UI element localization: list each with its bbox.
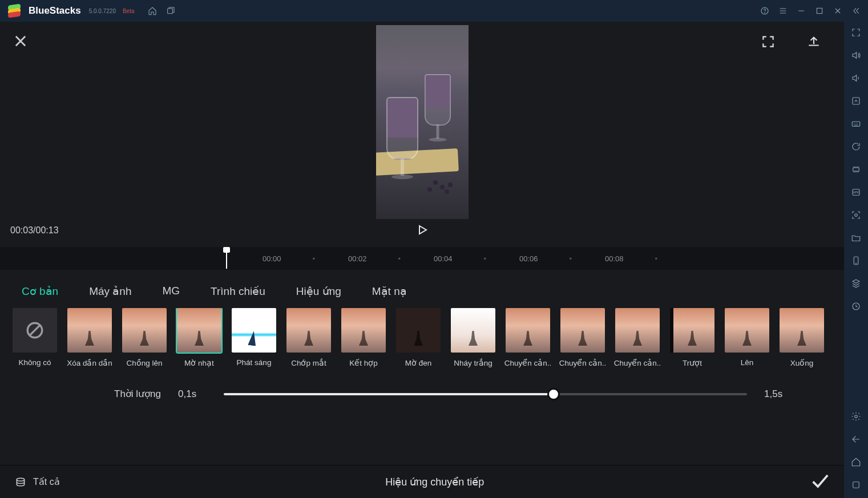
- svg-point-2: [765, 13, 765, 13]
- recents-icon[interactable]: [850, 479, 862, 491]
- time-indicator: 00:03/00:13: [10, 225, 59, 236]
- memory-icon[interactable]: [850, 163, 862, 176]
- transition-dissolve[interactable]: Mờ nhạt: [177, 308, 221, 367]
- transition-label: Xóa dần dần: [67, 358, 112, 367]
- transition-label: Xuống: [790, 358, 814, 367]
- transition-black[interactable]: Mờ đen: [396, 308, 441, 367]
- svg-rect-5: [852, 122, 860, 126]
- ruler-mark: 00:08: [605, 254, 624, 263]
- tab-slideshow[interactable]: Trình chiếu: [211, 285, 265, 298]
- ruler-mark: 00:00: [263, 254, 281, 263]
- bluestacks-logo-icon: [8, 5, 21, 17]
- transition-blink[interactable]: Chớp mắt: [286, 308, 331, 367]
- transition-fade[interactable]: Xóa dần dần: [67, 308, 112, 367]
- time-current: 00:03: [10, 225, 33, 235]
- export-button[interactable]: [806, 34, 821, 51]
- transition-none[interactable]: Không có: [13, 308, 57, 367]
- slider-knob[interactable]: [547, 388, 560, 400]
- transition-overlay[interactable]: Chồng lên: [122, 308, 167, 367]
- transition-scene2[interactable]: Chuyển cản..: [560, 308, 605, 367]
- transition-label: Phát sáng: [237, 358, 272, 367]
- svg-rect-13: [853, 482, 859, 488]
- back-icon[interactable]: [850, 433, 862, 446]
- svg-point-12: [855, 415, 858, 418]
- ruler-mark: 00:02: [348, 254, 367, 263]
- transition-label: Chuyển cản..: [614, 358, 661, 367]
- transition-label: Chuyển cản..: [504, 358, 552, 367]
- screenshot-icon[interactable]: [850, 209, 862, 221]
- transition-panel: Cơ bảnMáy ảnhMGTrình chiếuHiệu ứngMặt nạ…: [0, 270, 844, 465]
- transition-label: Nháy trắng: [454, 358, 492, 367]
- footer-bar: Tất cả Hiệu ứng chuyển tiếp: [0, 465, 844, 498]
- app-beta-badge: Beta: [123, 8, 135, 14]
- app-name: BlueStacks: [29, 5, 81, 17]
- tab-fx[interactable]: Hiệu ứng: [296, 285, 341, 298]
- svg-rect-4: [853, 98, 859, 104]
- ruler-mark: 00:04: [434, 254, 453, 263]
- preview-area: 00:03/00:13: [0, 22, 844, 247]
- transition-up[interactable]: Lên: [725, 308, 769, 367]
- transition-glow[interactable]: Phát sáng: [232, 308, 276, 367]
- history-icon[interactable]: [850, 300, 862, 313]
- collapse-rail-icon[interactable]: [850, 5, 862, 17]
- transition-label: Lên: [741, 358, 754, 367]
- expand-preview-button[interactable]: [761, 34, 776, 51]
- apply-all-label: Tất cả: [33, 476, 60, 487]
- tab-basic[interactable]: Cơ bản: [22, 285, 58, 298]
- transition-label: Chuyển cản..: [559, 358, 607, 367]
- transition-slide[interactable]: Trượt: [670, 308, 714, 367]
- transition-tabs: Cơ bảnMáy ảnhMGTrình chiếuHiệu ứngMặt nạ: [0, 270, 844, 308]
- home-icon[interactable]: [146, 5, 159, 17]
- apply-all-button[interactable]: Tất cả: [15, 476, 60, 488]
- close-editor-button[interactable]: [13, 33, 29, 51]
- svg-rect-6: [853, 168, 859, 171]
- transition-combine[interactable]: Kết hợp: [341, 308, 386, 367]
- duration-max: 1,5s: [764, 388, 793, 400]
- sync-icon[interactable]: [850, 140, 862, 153]
- play-button[interactable]: [415, 223, 429, 239]
- nav-home-icon[interactable]: [850, 456, 862, 468]
- right-rail: APK: [844, 22, 868, 498]
- transition-scene1[interactable]: Chuyển cản..: [506, 308, 550, 367]
- tab-mask[interactable]: Mặt nạ: [372, 285, 407, 298]
- minimize-icon[interactable]: [795, 5, 808, 17]
- tab-camera[interactable]: Máy ảnh: [89, 285, 131, 298]
- svg-point-15: [17, 478, 24, 481]
- install-app-icon[interactable]: [850, 254, 862, 267]
- titlebar: BlueStacks 5.0.0.7220 Beta: [0, 0, 868, 22]
- multi-window-icon[interactable]: [164, 5, 177, 17]
- transition-label: Mờ nhạt: [184, 358, 214, 367]
- keymap-icon[interactable]: [850, 118, 862, 130]
- settings-icon[interactable]: [850, 410, 862, 423]
- svg-point-9: [855, 214, 858, 217]
- transition-scene3[interactable]: Chuyển cản..: [615, 308, 660, 367]
- duration-slider[interactable]: [224, 393, 747, 395]
- transition-white[interactable]: Nháy trắng: [451, 308, 495, 367]
- duration-label: Thời lượng: [114, 388, 161, 400]
- transition-label: Chớp mắt: [291, 358, 326, 367]
- timeline-ruler[interactable]: 00:00• 00:02• 00:04• 00:06• 00:08•: [0, 247, 844, 270]
- tab-mg[interactable]: MG: [162, 285, 180, 298]
- close-window-icon[interactable]: [831, 5, 844, 17]
- maximize-icon[interactable]: [813, 5, 826, 17]
- fullscreen-corners-icon[interactable]: [850, 26, 862, 39]
- help-icon[interactable]: [758, 5, 771, 17]
- apk-icon[interactable]: APK: [850, 186, 862, 199]
- volume-up-icon[interactable]: [850, 49, 862, 62]
- footer-title: Hiệu ứng chuyển tiếp: [60, 476, 810, 488]
- svg-rect-3: [817, 8, 822, 13]
- ruler-mark: 00:06: [519, 254, 538, 263]
- media-folder-icon[interactable]: [850, 232, 862, 244]
- transition-label: Không có: [18, 358, 51, 367]
- playhead[interactable]: [226, 248, 227, 269]
- editor-main: 00:03/00:13 00:00• 00:02• 00:04• 00:06• …: [0, 22, 844, 498]
- transition-down[interactable]: Xuống: [780, 308, 824, 367]
- transition-label: Kết hợp: [349, 358, 378, 367]
- confirm-button[interactable]: [810, 471, 829, 493]
- svg-text:APK: APK: [853, 191, 859, 194]
- multi-instance-icon[interactable]: [850, 277, 862, 290]
- app-version: 5.0.0.7220: [89, 8, 116, 14]
- lock-rotation-icon[interactable]: [850, 95, 862, 107]
- volume-down-icon[interactable]: [850, 72, 862, 84]
- menu-icon[interactable]: [777, 5, 789, 17]
